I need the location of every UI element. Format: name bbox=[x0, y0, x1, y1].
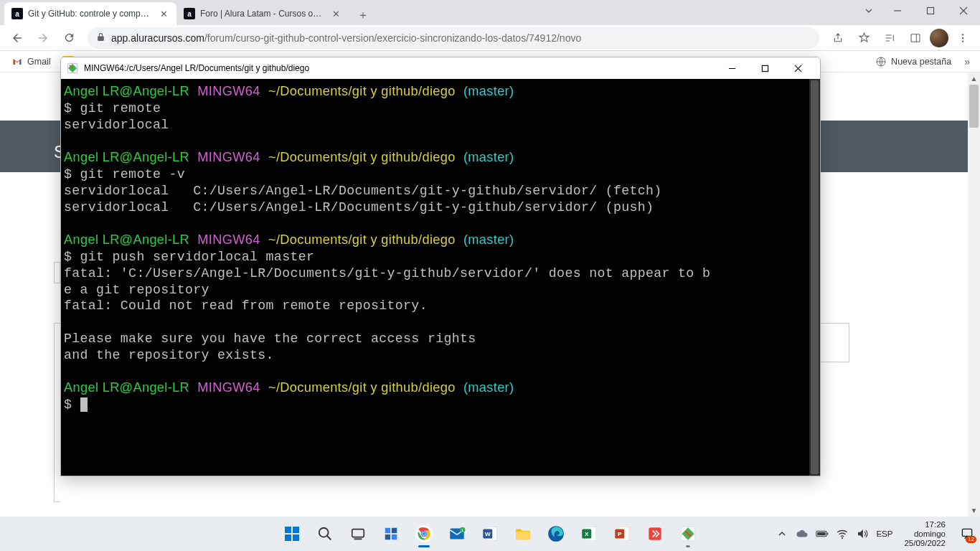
notification-badge: 12 bbox=[966, 536, 976, 543]
svg-rect-11 bbox=[285, 534, 291, 541]
terminal-body[interactable]: Angel LR@Angel-LR MINGW64 ~/Documents/gi… bbox=[61, 79, 820, 476]
terminal-scrollbar[interactable] bbox=[809, 79, 820, 476]
svg-text:1: 1 bbox=[461, 528, 463, 532]
svg-rect-0 bbox=[928, 8, 934, 14]
page-fragment bbox=[54, 323, 60, 502]
share-icon[interactable] bbox=[826, 27, 849, 50]
tab-title: Foro | Alura Latam - Cursos online bbox=[200, 9, 325, 19]
svg-text:X: X bbox=[585, 531, 589, 537]
tab-close-icon[interactable]: ✕ bbox=[330, 8, 341, 19]
tab-strip: a Git y GitHub: controle y comparta ✕ a … bbox=[0, 0, 980, 25]
scroll-down-icon[interactable]: ▼ bbox=[968, 504, 980, 517]
excel-taskbar-icon[interactable]: X bbox=[574, 519, 604, 549]
anydesk-taskbar-icon[interactable] bbox=[640, 519, 670, 549]
svg-rect-43 bbox=[962, 529, 971, 536]
terminal-titlebar[interactable]: MINGW64:/c/Users/Angel LR/Documents/git … bbox=[61, 57, 820, 79]
svg-rect-10 bbox=[293, 527, 299, 533]
clock[interactable]: 17:26 domingo 25/09/2022 bbox=[904, 520, 946, 548]
profile-avatar[interactable] bbox=[930, 29, 948, 47]
svg-point-42 bbox=[842, 537, 843, 539]
reading-list-icon[interactable] bbox=[878, 27, 901, 50]
address-bar: app.aluracursos.com/forum/curso-git-gith… bbox=[0, 25, 980, 51]
favicon: a bbox=[184, 8, 195, 19]
mail-taskbar-icon[interactable]: 1 bbox=[442, 519, 472, 549]
svg-rect-18 bbox=[385, 534, 390, 540]
scroll-up-icon[interactable]: ▲ bbox=[968, 72, 980, 85]
svg-rect-1 bbox=[911, 34, 920, 42]
language-indicator[interactable]: ESP bbox=[876, 529, 892, 538]
tab-close-icon[interactable]: ✕ bbox=[158, 8, 169, 19]
volume-icon[interactable] bbox=[856, 527, 869, 540]
tab-overflow-icon[interactable] bbox=[857, 0, 881, 22]
tab-title: Git y GitHub: controle y comparta bbox=[28, 9, 153, 19]
bookmark-new-tab[interactable]: Nueva pestaña bbox=[870, 54, 957, 70]
svg-rect-12 bbox=[293, 534, 299, 541]
start-button[interactable] bbox=[277, 519, 307, 549]
svg-point-4 bbox=[962, 40, 963, 42]
widgets-button[interactable] bbox=[376, 519, 406, 549]
tab-1[interactable]: a Git y GitHub: controle y comparta ✕ bbox=[4, 2, 176, 25]
url-field[interactable]: app.aluracursos.com/forum/curso-git-gith… bbox=[88, 27, 819, 49]
lock-icon bbox=[96, 32, 105, 44]
svg-rect-14 bbox=[352, 529, 364, 537]
task-view-button[interactable] bbox=[343, 519, 373, 549]
svg-rect-16 bbox=[385, 528, 390, 533]
bookmark-label: Gmail bbox=[27, 57, 51, 67]
terminal-title: MINGW64:/c/Users/Angel LR/Documents/git … bbox=[84, 63, 710, 73]
svg-point-3 bbox=[962, 37, 963, 38]
terminal-close-button[interactable] bbox=[781, 57, 814, 79]
gmail-icon bbox=[11, 56, 23, 67]
page-scrollbar[interactable]: ▲ ▼ bbox=[968, 72, 980, 517]
reload-button[interactable] bbox=[57, 27, 80, 50]
powerpoint-taskbar-icon[interactable]: P bbox=[607, 519, 637, 549]
git-bash-taskbar-icon[interactable] bbox=[673, 519, 703, 549]
browser-chrome: a Git y GitHub: controle y comparta ✕ a … bbox=[0, 0, 980, 51]
clock-date: 25/09/2022 bbox=[904, 539, 946, 548]
forward-button[interactable] bbox=[32, 27, 55, 50]
search-button[interactable] bbox=[310, 519, 340, 549]
svg-rect-19 bbox=[392, 534, 397, 540]
wifi-icon[interactable] bbox=[836, 527, 849, 540]
notifications-button[interactable]: 12 bbox=[957, 524, 977, 544]
new-tab-button[interactable]: ＋ bbox=[353, 5, 373, 25]
battery-icon[interactable] bbox=[816, 527, 829, 540]
svg-text:W: W bbox=[485, 531, 491, 537]
side-panel-icon[interactable] bbox=[904, 27, 927, 50]
bookmark-label: Nueva pestaña bbox=[891, 57, 951, 67]
kebab-menu-icon[interactable] bbox=[951, 27, 974, 50]
edge-taskbar-icon[interactable] bbox=[541, 519, 571, 549]
svg-rect-17 bbox=[392, 528, 397, 533]
terminal-window: MINGW64:/c/Users/Angel LR/Documents/git … bbox=[60, 57, 821, 476]
chrome-taskbar-icon[interactable] bbox=[409, 519, 439, 549]
svg-rect-8 bbox=[762, 65, 768, 71]
terminal-maximize-button[interactable] bbox=[748, 57, 781, 79]
onedrive-icon[interactable] bbox=[796, 527, 809, 540]
star-icon[interactable] bbox=[852, 27, 875, 50]
taskbar: 1 W X P ESP 17:26 domingo bbox=[0, 517, 980, 551]
word-taskbar-icon[interactable]: W bbox=[475, 519, 505, 549]
maximize-button[interactable] bbox=[914, 0, 947, 22]
git-bash-icon bbox=[67, 62, 78, 74]
svg-text:P: P bbox=[618, 531, 622, 537]
clock-time: 17:26 bbox=[925, 520, 946, 529]
bookmarks-overflow[interactable]: » bbox=[960, 54, 974, 70]
page-fragment bbox=[821, 323, 849, 362]
minimize-button[interactable] bbox=[881, 0, 914, 22]
scroll-thumb[interactable] bbox=[969, 85, 979, 128]
file-explorer-icon[interactable] bbox=[508, 519, 538, 549]
chevron-right-icon: » bbox=[964, 56, 970, 67]
svg-point-2 bbox=[962, 34, 963, 35]
tray-overflow-icon[interactable] bbox=[776, 527, 788, 540]
taskbar-center: 1 W X P bbox=[277, 517, 703, 551]
terminal-minimize-button[interactable] bbox=[715, 57, 748, 79]
url-text: app.aluracursos.com/forum/curso-git-gith… bbox=[111, 32, 811, 44]
svg-point-13 bbox=[319, 528, 329, 537]
tab-2[interactable]: a Foro | Alura Latam - Cursos online ✕ bbox=[176, 2, 349, 25]
svg-rect-9 bbox=[285, 527, 291, 533]
back-button[interactable] bbox=[6, 27, 29, 50]
svg-rect-15 bbox=[354, 538, 362, 540]
terminal-scroll-thumb[interactable] bbox=[811, 80, 819, 474]
system-tray: ESP 17:26 domingo 25/09/2022 12 bbox=[776, 517, 977, 551]
close-button[interactable] bbox=[947, 0, 980, 22]
bookmark-gmail[interactable]: Gmail bbox=[6, 54, 57, 70]
